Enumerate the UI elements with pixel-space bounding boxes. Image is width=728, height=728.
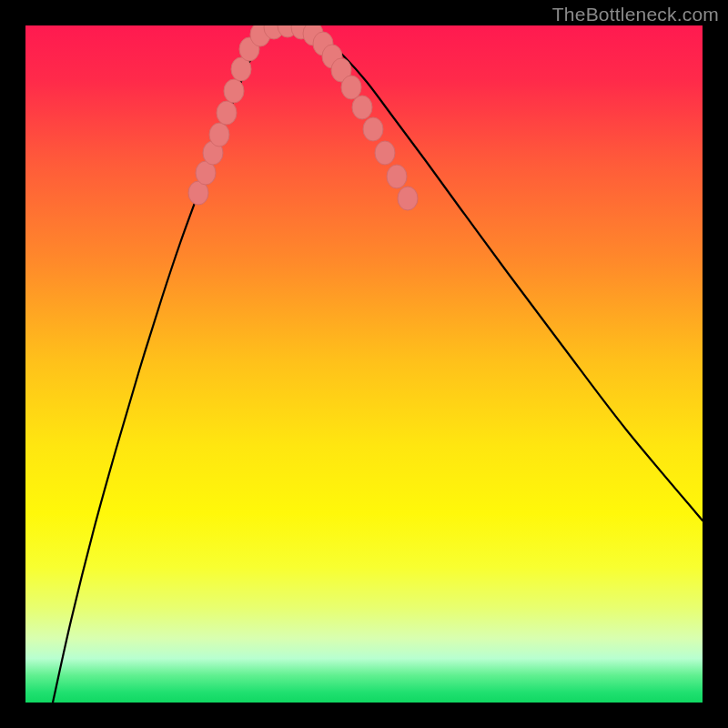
outer-frame: TheBottleneck.com	[0, 0, 728, 728]
data-dot	[398, 187, 418, 210]
data-dot	[352, 96, 372, 119]
data-dot	[375, 141, 395, 165]
plot-area	[25, 25, 703, 703]
chart-svg	[25, 25, 703, 703]
data-dot	[387, 165, 407, 188]
data-dot	[224, 79, 244, 103]
data-dot	[209, 123, 229, 147]
data-dot	[363, 117, 383, 141]
data-dot	[341, 76, 361, 99]
watermark-text: TheBottleneck.com	[552, 4, 719, 25]
data-dot	[217, 101, 237, 125]
data-dots	[188, 25, 418, 210]
